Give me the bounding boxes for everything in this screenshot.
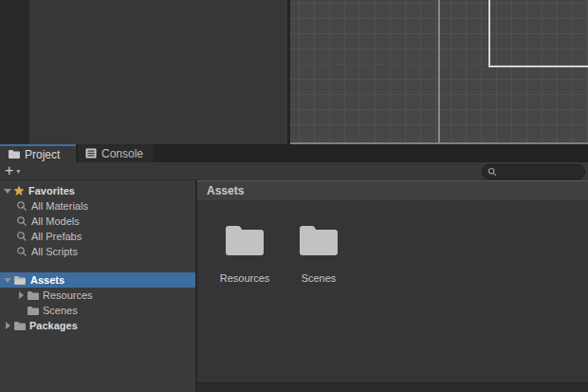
project-folder-tree: FavoritesAll MaterialsAll ModelsAll Pref… xyxy=(0,180,195,392)
tree-collapsed-arrow-icon[interactable] xyxy=(16,288,27,303)
big-folder-icon xyxy=(297,222,340,262)
tree-expanded-arrow-icon[interactable] xyxy=(3,272,13,288)
tab-strip: Project Console xyxy=(0,144,588,162)
folder-label: Resources xyxy=(220,272,270,284)
project-toolbar: + ▾ xyxy=(0,162,588,180)
tree-item-label: Scenes xyxy=(43,305,78,316)
tree-item-all-scripts[interactable]: All Scripts xyxy=(0,244,195,259)
tree-item-packages[interactable]: Packages xyxy=(0,318,195,333)
chevron-down-icon: ▾ xyxy=(16,167,20,176)
tree-item-all-materials[interactable]: All Materials xyxy=(0,198,195,214)
tree-collapsed-arrow-icon[interactable] xyxy=(3,318,13,333)
console-icon xyxy=(85,148,97,159)
white-rect-outline-horizontal xyxy=(488,65,588,67)
tree-item-label: All Materials xyxy=(31,200,88,212)
folder-icon xyxy=(27,306,39,316)
scene-mid-panel xyxy=(29,0,287,144)
star-icon xyxy=(13,185,25,196)
folder-icon xyxy=(8,149,20,159)
folder-icon xyxy=(27,290,39,301)
tree-item-label: Assets xyxy=(30,274,64,286)
tree-expanded-arrow-icon[interactable] xyxy=(3,183,13,198)
tree-item-label: Favorites xyxy=(28,185,75,196)
tree-item-label: All Scripts xyxy=(31,246,78,257)
search-icon xyxy=(16,246,28,257)
tree-item-label: Resources xyxy=(43,289,93,301)
search-icon xyxy=(16,231,28,242)
search-box[interactable] xyxy=(482,164,585,179)
folder-icon xyxy=(13,321,26,331)
scene-left-panel xyxy=(0,0,29,144)
breadcrumb: Assets xyxy=(207,184,244,197)
assets-content-pane: Assets ResourcesScenes xyxy=(197,180,588,392)
tree-item-all-models[interactable]: All Models xyxy=(0,214,195,229)
plus-icon: + xyxy=(5,163,13,178)
folder-label: Scenes xyxy=(302,272,337,284)
arrow-spacer xyxy=(16,303,27,318)
scene-view-area xyxy=(0,0,588,144)
content-bottom-bar xyxy=(197,383,588,392)
tab-console[interactable]: Console xyxy=(78,144,154,162)
tree-item-assets[interactable]: Assets xyxy=(0,272,195,288)
tree-item-label: Packages xyxy=(29,320,78,331)
search-icon xyxy=(487,167,497,177)
tree-item-scenes[interactable]: Scenes xyxy=(0,303,195,318)
search-input[interactable] xyxy=(497,167,579,177)
tab-project[interactable]: Project xyxy=(0,144,76,162)
tree-section-gap xyxy=(0,259,195,272)
scene-grid-canvas[interactable] xyxy=(290,0,588,144)
tab-project-label: Project xyxy=(25,148,60,161)
project-window-body: FavoritesAll MaterialsAll ModelsAll Pref… xyxy=(0,180,588,392)
big-folder-icon xyxy=(223,222,266,262)
tree-item-label: All Models xyxy=(31,215,80,227)
tree-item-label: All Prefabs xyxy=(31,231,82,242)
asset-folder-resources[interactable]: Resources xyxy=(212,222,277,284)
create-asset-button[interactable]: + ▾ xyxy=(5,162,20,179)
white-rect-outline-vertical xyxy=(488,0,490,66)
tree-item-favorites[interactable]: Favorites xyxy=(0,183,195,198)
tree-item-all-prefabs[interactable]: All Prefabs xyxy=(0,229,195,244)
breadcrumb-bar[interactable]: Assets xyxy=(197,180,588,200)
search-icon xyxy=(16,200,28,212)
tree-item-resources[interactable]: Resources xyxy=(0,288,195,303)
folder-grid: ResourcesScenes xyxy=(197,222,588,284)
search-icon xyxy=(16,215,28,227)
asset-folder-scenes[interactable]: Scenes xyxy=(286,222,351,284)
grid-major-line xyxy=(438,0,440,144)
tab-console-label: Console xyxy=(101,147,143,160)
folder-open-icon xyxy=(13,275,27,286)
